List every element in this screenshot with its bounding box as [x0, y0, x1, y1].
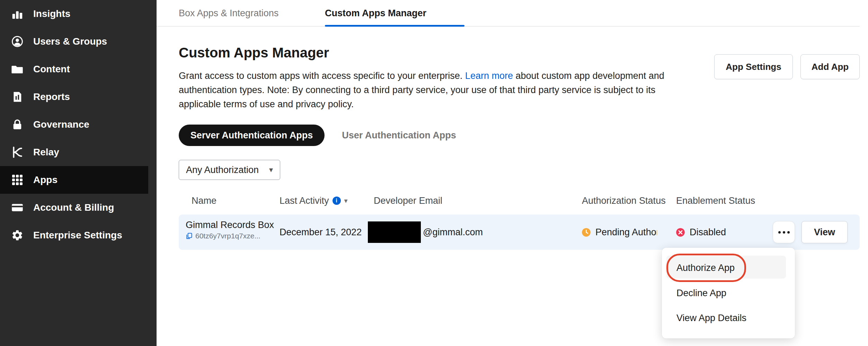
more-actions-icon: [787, 231, 790, 234]
client-id-text: 60tz6y7vrp1q7xze...: [195, 232, 260, 240]
app-name: Gimmal Records Box: [186, 219, 274, 231]
column-header-authorization-status: Authorization Status: [582, 194, 666, 208]
report-icon: [11, 91, 24, 103]
column-header-last-activity[interactable]: Last Activity i ▾: [280, 194, 348, 208]
app-settings-button[interactable]: App Settings: [714, 54, 793, 79]
enablement-status-cell: Disabled: [676, 215, 726, 250]
email-domain: @gimmal.com: [423, 227, 483, 238]
more-actions-icon: [778, 231, 781, 234]
sidebar-item-content[interactable]: Content: [0, 55, 157, 83]
authorization-status-text: Pending Authoriz: [595, 227, 657, 238]
page-tabbar: Box Apps & Integrations Custom Apps Mana…: [157, 0, 860, 27]
tab-box-apps-integrations[interactable]: Box Apps & Integrations: [179, 0, 278, 27]
app-name-cell: Gimmal Records Box 60tz6y7vrp1q7xze...: [186, 219, 274, 240]
sidebar-item-governance[interactable]: Governance: [0, 111, 157, 138]
table-row: Gimmal Records Box 60tz6y7vrp1q7xze... D…: [179, 215, 860, 250]
sort-chevron-icon[interactable]: ▾: [344, 194, 348, 208]
sidebar-item-label: Apps: [33, 174, 57, 185]
sidebar-item-relay[interactable]: Relay: [0, 138, 157, 166]
column-header-developer-email: Developer Email: [374, 194, 442, 208]
authorization-filter-dropdown[interactable]: Any Authorization ▾: [179, 160, 280, 180]
sidebar-item-label: Content: [33, 64, 70, 75]
bar-chart-icon: [11, 8, 24, 20]
column-header-label: Last Activity: [280, 194, 329, 208]
chevron-down-icon: ▾: [269, 165, 273, 174]
menu-item-authorize-app[interactable]: Authorize App: [662, 255, 795, 280]
view-button[interactable]: View: [801, 221, 848, 243]
last-activity-cell: December 15, 2022: [280, 215, 362, 250]
sidebar-item-enterprise-settings[interactable]: Enterprise Settings: [0, 221, 157, 249]
folder-icon: [11, 63, 24, 75]
authorization-status-cell: Pending Authoriz: [582, 215, 657, 250]
row-actions-menu: Authorize App Decline App View App Detai…: [662, 248, 795, 338]
sidebar-item-apps[interactable]: Apps: [0, 166, 148, 194]
sidebar-item-label: Relay: [33, 147, 59, 158]
apps-grid-icon: [11, 174, 24, 186]
sidebar-item-label: Reports: [33, 91, 70, 102]
sidebar-item-account-billing[interactable]: Account & Billing: [0, 194, 157, 221]
sidebar-item-insights[interactable]: Insights: [0, 0, 157, 28]
enablement-status-text: Disabled: [690, 227, 726, 238]
info-icon[interactable]: i: [333, 197, 341, 205]
redacted-email: [368, 221, 421, 243]
gear-icon: [11, 229, 24, 242]
app-client-id: 60tz6y7vrp1q7xze...: [186, 232, 274, 240]
sidebar-item-users-groups[interactable]: Users & Groups: [0, 28, 157, 55]
sidebar-item-label: Insights: [33, 8, 70, 19]
sidebar-item-reports[interactable]: Reports: [0, 83, 157, 111]
add-app-button[interactable]: Add App: [800, 54, 860, 79]
tab-user-authentication-apps[interactable]: User Authentication Apps: [341, 125, 457, 146]
pending-icon: [582, 228, 591, 237]
tab-custom-apps-manager[interactable]: Custom Apps Manager: [325, 0, 464, 27]
relay-icon: [11, 146, 24, 158]
credit-card-icon: [11, 201, 24, 214]
learn-more-link[interactable]: Learn more: [465, 71, 513, 81]
sidebar-item-label: Enterprise Settings: [33, 230, 122, 241]
lock-icon: [11, 118, 24, 131]
tab-server-authentication-apps[interactable]: Server Authentication Apps: [179, 125, 325, 146]
copy-icon[interactable]: [186, 233, 193, 239]
more-actions-icon: [783, 231, 785, 234]
menu-item-decline-app[interactable]: Decline App: [662, 281, 795, 306]
column-header-name: Name: [192, 194, 216, 208]
admin-sidebar: Insights Users & Groups Content Reports …: [0, 0, 157, 346]
sidebar-item-label: Users & Groups: [33, 36, 107, 47]
page-description: Grant access to custom apps with access …: [179, 69, 681, 111]
sidebar-item-label: Account & Billing: [33, 202, 114, 213]
filter-selected-value: Any Authorization: [186, 165, 259, 175]
page-title: Custom Apps Manager: [179, 45, 329, 61]
developer-email-cell: @gimmal.com: [368, 215, 483, 250]
menu-item-view-app-details[interactable]: View App Details: [662, 306, 795, 330]
more-actions-button[interactable]: [773, 221, 795, 243]
sidebar-item-label: Governance: [33, 119, 89, 130]
column-header-enablement-status: Enablement Status: [676, 194, 755, 208]
disabled-icon: [676, 228, 685, 237]
users-icon: [11, 35, 24, 48]
description-text: Grant access to custom apps with access …: [179, 71, 465, 81]
